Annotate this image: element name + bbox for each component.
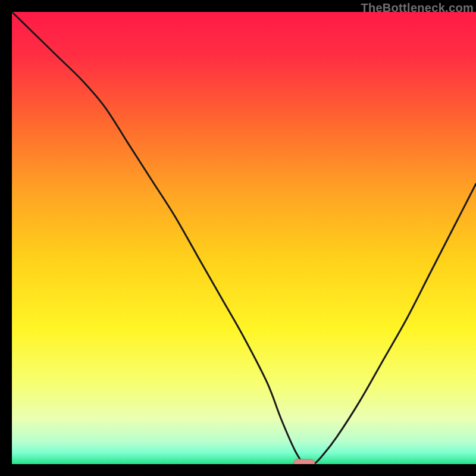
- watermark-label: TheBottleneck.com: [361, 1, 474, 15]
- chart-frame: TheBottleneck.com: [12, 0, 476, 464]
- svg-rect-0: [12, 12, 476, 464]
- heatmap-gradient: [12, 12, 476, 464]
- plot-area: [12, 12, 476, 464]
